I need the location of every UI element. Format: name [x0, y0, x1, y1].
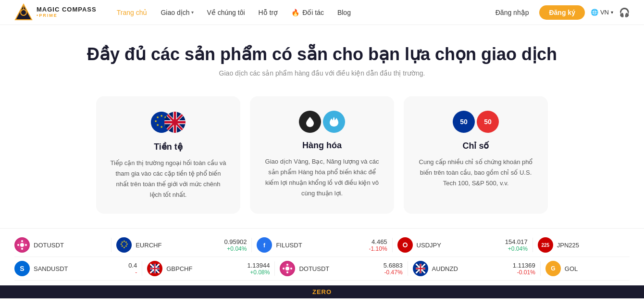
headphone-icon[interactable]: 🎧: [619, 7, 630, 18]
water-drop-icon: [299, 111, 321, 133]
ticker-name-dot1: DOTUSDT: [34, 242, 64, 249]
svg-point-24: [17, 244, 19, 246]
index-card: 50 50 Chỉ số Cung cấp nhiều chỉ số chứng…: [404, 96, 548, 214]
register-button[interactable]: Đăng ký: [539, 5, 584, 20]
eurchf-price: 0.95902: [208, 238, 247, 245]
language-selector[interactable]: 🌐 VN ▾: [591, 9, 613, 16]
ticker-dotusdt-2[interactable]: DOTUSDT: [280, 261, 364, 276]
ticker-dotusdt-1[interactable]: DOTUSDT: [14, 237, 106, 253]
header-right: Đăng nhập Đăng ký 🌐 VN ▾ 🎧: [491, 5, 630, 20]
hero-title: Đầy đủ các sản phẩm có sẵn cho bạn lựa c…: [10, 44, 634, 64]
ticker-jpn225[interactable]: 225 JPN225: [538, 237, 630, 253]
svg-point-23: [21, 248, 23, 250]
ticker-sep: [142, 261, 142, 276]
usd-coin-icon: [397, 237, 413, 253]
eurchf-price-block: 0.95902 +0.04%: [208, 238, 247, 252]
sand-coin-icon: S: [14, 261, 30, 276]
svg-point-25: [25, 244, 27, 246]
eu-coin-icon: ★★★★★★★★: [116, 237, 132, 253]
svg-text:★: ★: [160, 114, 163, 117]
ticker-usdjpy[interactable]: USDJPY: [397, 237, 489, 253]
audnzd-price: 1.11369: [497, 262, 535, 269]
logo[interactable]: MAGIC COMPASS •PRIME: [14, 3, 97, 22]
globe-icon: 🌐: [591, 9, 598, 16]
ticker-sep: [392, 238, 393, 252]
usdjpy-change: +0.04%: [489, 245, 528, 252]
index-card-icon: 50 50: [417, 111, 534, 133]
commodity-card-title: Hàng hóa: [263, 141, 381, 151]
commodity-card-desc: Giao dịch Vàng, Bạc, Năng lượng và các s…: [263, 156, 381, 199]
svg-text:f: f: [263, 242, 266, 249]
chevron-down-icon: ▾: [611, 10, 613, 15]
logo-title: MAGIC COMPASS: [37, 6, 97, 13]
flame-icon: [323, 111, 345, 133]
index-50-red-icon: 50: [477, 111, 499, 133]
header: MAGIC COMPASS •PRIME Trang chủ Giao dịch…: [0, 0, 644, 25]
zero-commission-strip: ZERO: [0, 285, 644, 298]
fire-icon: 🔥: [291, 9, 299, 16]
ticker-gol[interactable]: G GOL: [545, 261, 630, 276]
nav-about[interactable]: Về chúng tôi: [201, 6, 251, 19]
ticker-sep: [408, 261, 408, 276]
ticker-row-1: DOTUSDT ★★★★★★★★ EURCHF 0.95902 +0.04% f…: [14, 233, 630, 257]
svg-text:★: ★: [156, 123, 159, 127]
ticker-name-gol: GOL: [565, 265, 578, 272]
ticker-name-sand: SANDUSDT: [34, 265, 68, 272]
audnzd-price-block: 1.11369 -0.01%: [497, 262, 535, 276]
svg-point-21: [20, 243, 24, 247]
commodity-card: Hàng hóa Giao dịch Vàng, Bạc, Năng lượng…: [250, 96, 394, 214]
ticker-sep: [540, 261, 541, 276]
fil-price: 4.465: [349, 238, 387, 245]
ticker-name-usdjpy: USDJPY: [417, 242, 441, 249]
ticker-sep: [533, 238, 533, 252]
cards-section: ★ ★ ★ ★ ★ ★ ★ ★: [0, 87, 644, 223]
ticker-filusdt[interactable]: f FILUSDT: [257, 237, 348, 253]
nav-support[interactable]: Hỗ trợ: [253, 6, 284, 19]
usdjpy-price-block: 154.017 +0.04%: [489, 238, 528, 252]
ticker-name-audnzd: AUDNZD: [432, 265, 458, 272]
ticker-sep: [274, 261, 275, 276]
eurchf-change: +0.04%: [208, 245, 247, 252]
ticker-audnzd[interactable]: AUDNZD: [413, 261, 497, 276]
nav-partner[interactable]: 🔥 Đối tác: [285, 6, 330, 19]
dot-coin-icon-2: [280, 261, 295, 276]
nav-home[interactable]: Trang chủ: [111, 6, 153, 19]
fil-coin-icon: f: [257, 237, 272, 253]
hero-section: Đầy đủ các sản phẩm có sẵn cho bạn lựa c…: [0, 25, 644, 87]
svg-point-46: [286, 264, 288, 266]
hero-subtitle: Giao dịch các sản phẩm hàng đầu với điều…: [10, 69, 634, 77]
commodity-card-icon: [263, 111, 381, 133]
ticker-gbpchf[interactable]: GBPCHF: [147, 261, 231, 276]
ticker-name-jpn: JPN225: [557, 242, 579, 249]
svg-point-47: [286, 271, 288, 273]
ticker-name-fil: FILUSDT: [276, 242, 302, 249]
ticker-section: DOTUSDT ★★★★★★★★ EURCHF 0.95902 +0.04% f…: [0, 228, 644, 285]
logo-text: MAGIC COMPASS •PRIME: [37, 6, 97, 18]
dot-coin-icon: [14, 237, 30, 253]
ticker-sandusdt[interactable]: S SANDUSDT: [14, 261, 99, 276]
ticker-eurchf[interactable]: ★★★★★★★★ EURCHF: [116, 237, 208, 253]
logo-subtitle: •PRIME: [37, 13, 97, 18]
svg-text:★: ★: [160, 125, 163, 128]
ticker-sep: [251, 238, 252, 252]
login-button[interactable]: Đăng nhập: [491, 6, 534, 19]
audnzd-change: -0.01%: [497, 269, 535, 276]
svg-point-49: [290, 268, 292, 270]
ticker-sep: [111, 238, 111, 252]
gbpchf-price: 1.13944: [231, 262, 270, 269]
ticker-name-gbpchf: GBPCHF: [166, 265, 192, 272]
ticker-name-dot2: DOTUSDT: [299, 265, 329, 272]
gbp-coin-icon: [147, 261, 162, 276]
index-card-title: Chỉ số: [417, 141, 534, 151]
nav-blog[interactable]: Blog: [332, 6, 357, 19]
index-card-desc: Cung cấp nhiều chỉ số chứng khoán phổ bi…: [417, 157, 534, 189]
svg-point-37: [404, 244, 407, 246]
currency-card-desc: Tiếp cận thị trường ngoại hối toàn cầu v…: [110, 158, 227, 200]
ticker-row-2: S SANDUSDT 0.4 - GBPCHF: [14, 257, 630, 281]
sand-change: -: [99, 269, 137, 276]
sand-price: 0.4: [99, 262, 137, 269]
chevron-down-icon: ▾: [191, 10, 194, 15]
sand-price-block: 0.4 -: [99, 262, 137, 276]
dot2-price-block: 5.6883 -0.47%: [364, 262, 403, 276]
nav-trading[interactable]: Giao dịch ▾: [155, 6, 199, 19]
